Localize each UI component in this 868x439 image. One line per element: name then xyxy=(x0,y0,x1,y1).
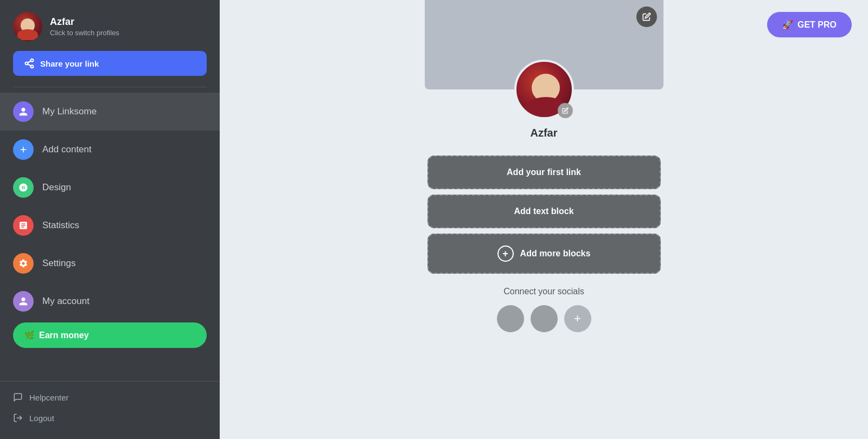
share-btn-label: Share your link xyxy=(40,59,99,68)
sidebar-item-statistics[interactable]: Statistics xyxy=(0,206,220,244)
profile-name: Azfar xyxy=(530,127,557,139)
profile-avatar-wrap xyxy=(514,60,574,119)
svg-line-3 xyxy=(28,64,31,66)
sidebar-bottom: Helpcenter Logout xyxy=(0,381,220,439)
social-icon-2[interactable] xyxy=(531,305,558,332)
helpcenter-link[interactable]: Helpcenter xyxy=(13,387,207,408)
sidebar-item-add-content[interactable]: Add content xyxy=(0,131,220,169)
sidebar-item-label-settings: Settings xyxy=(42,258,75,269)
connect-socials-section: Connect your socials + xyxy=(497,287,591,332)
edit-avatar-button[interactable] xyxy=(558,103,573,118)
my-linksome-icon xyxy=(13,101,34,122)
profile-section: Azfar xyxy=(514,60,574,139)
earn-money-button[interactable]: 🌿 Earn money xyxy=(13,322,207,348)
sidebar-item-design[interactable]: Design xyxy=(0,169,220,206)
logout-icon xyxy=(13,413,23,423)
add-first-link-label: Add your first link xyxy=(507,167,581,177)
add-more-blocks[interactable]: + Add more blocks xyxy=(427,234,661,274)
sidebar-item-settings[interactable]: Settings xyxy=(0,244,220,282)
earn-money-label: Earn money xyxy=(39,331,89,340)
design-icon xyxy=(13,177,34,198)
add-text-block-label: Add text block xyxy=(514,206,573,216)
main-content: 🚀 GET PRO Azfar xyxy=(220,0,868,439)
avatar-image xyxy=(13,12,42,41)
pencil-icon xyxy=(642,12,651,21)
sidebar-item-label-design: Design xyxy=(42,182,71,193)
svg-line-4 xyxy=(28,61,31,62)
add-content-icon xyxy=(13,139,34,160)
sidebar-header-text: Azfar Click to switch profiles xyxy=(50,16,119,37)
sidebar-item-label-statistics: Statistics xyxy=(42,220,79,231)
statistics-icon xyxy=(13,215,34,236)
sidebar-nav: My Linksome Add content Design Statistic… xyxy=(0,87,220,381)
logout-link[interactable]: Logout xyxy=(13,408,207,428)
add-more-blocks-label: Add more blocks xyxy=(520,249,591,259)
edit-background-button[interactable] xyxy=(636,7,657,27)
social-icon-1[interactable] xyxy=(497,305,524,332)
pencil-small-icon xyxy=(562,107,569,114)
profile-switcher[interactable]: Azfar Click to switch profiles xyxy=(0,0,220,51)
sidebar-avatar xyxy=(13,12,42,41)
get-pro-label: GET PRO xyxy=(797,20,837,30)
sidebar-item-label-my-account: My account xyxy=(42,296,90,307)
my-account-icon xyxy=(13,291,34,312)
get-pro-button[interactable]: 🚀 GET PRO xyxy=(767,12,852,37)
add-text-block[interactable]: Add text block xyxy=(427,195,661,228)
sidebar-username: Azfar xyxy=(50,16,119,28)
sidebar-item-label-my-linksome: My Linksome xyxy=(42,106,97,117)
sidebar-item-my-account[interactable]: My account xyxy=(0,282,220,320)
preview-container: Azfar Add your first link Add text block… xyxy=(425,0,663,332)
share-icon xyxy=(24,58,35,69)
helpcenter-icon xyxy=(13,392,23,402)
sidebar: Azfar Click to switch profiles Share you… xyxy=(0,0,220,439)
add-social-button[interactable]: + xyxy=(564,305,591,332)
sidebar-item-label-add-content: Add content xyxy=(42,144,92,155)
content-blocks: Add your first link Add text block + Add… xyxy=(425,156,663,274)
share-link-button[interactable]: Share your link xyxy=(13,51,207,76)
sidebar-item-my-linksome[interactable]: My Linksome xyxy=(0,93,220,131)
logout-label: Logout xyxy=(29,414,54,423)
add-first-link-block[interactable]: Add your first link xyxy=(427,156,661,189)
connect-socials-title: Connect your socials xyxy=(503,287,584,296)
plus-circle-icon: + xyxy=(497,246,514,262)
settings-icon xyxy=(13,253,34,274)
helpcenter-label: Helpcenter xyxy=(29,393,69,402)
sidebar-subtitle: Click to switch profiles xyxy=(50,29,119,37)
rocket-icon: 🚀 xyxy=(782,20,793,30)
social-icons-row: + xyxy=(497,305,591,332)
leaf-icon: 🌿 xyxy=(24,330,35,340)
